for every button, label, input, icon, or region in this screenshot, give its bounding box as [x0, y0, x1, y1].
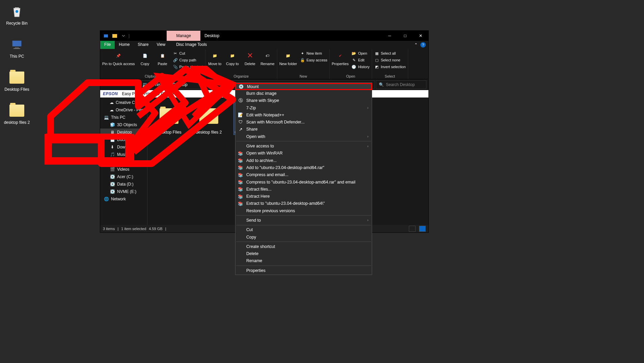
copy-to-button[interactable]: 📁Copy to — [225, 50, 240, 66]
move-to-button[interactable]: 📁Move to — [207, 50, 222, 66]
delete-button[interactable]: ✕Delete — [243, 50, 257, 66]
context-item-label: Restore previous versions — [246, 208, 368, 213]
select-all-button[interactable]: ▦Select all — [374, 50, 406, 56]
history-button[interactable]: 🕑History — [351, 64, 369, 70]
maximize-button[interactable]: □ — [397, 31, 413, 41]
copy-path-button[interactable]: 🔗Copy path — [173, 57, 203, 63]
properties-button[interactable]: ✔Properties — [332, 50, 348, 66]
context-item-scan-with-microsoft-defender-[interactable]: 🛡Scan with Microsoft Defender... — [235, 118, 372, 125]
tree-item-acer-c-[interactable]: 💽Acer (C:) — [100, 173, 147, 180]
tree-item-downloads[interactable]: ⬇Downloads — [100, 143, 147, 151]
context-item-share-with-skype[interactable]: ⓈShare with Skype — [235, 97, 372, 104]
tree-item-onedrive-person[interactable]: ☁OneDrive - Person — [100, 106, 147, 114]
close-button[interactable]: ✕ — [413, 31, 428, 41]
context-separator — [236, 225, 371, 225]
ribbon-collapse-icon[interactable]: ⌃ — [414, 43, 418, 47]
context-item-delete[interactable]: Delete — [235, 250, 372, 257]
tree-item-creative-cloud-files[interactable]: ☁Creative Cloud Files — [100, 99, 147, 106]
context-item-burn-disc-image[interactable]: Burn disc image — [235, 90, 372, 97]
breadcrumb-root[interactable]: This PC — [153, 82, 167, 87]
easy-access-button[interactable]: 🔓Easy access — [300, 57, 328, 63]
search-placeholder: Search Desktop — [386, 82, 415, 87]
pin-quick-access-button[interactable]: 📌Pin to Quick access — [102, 50, 135, 66]
tree-item-this-pc[interactable]: 💻This PC — [100, 114, 147, 121]
search-box[interactable]: 🔍 Search Desktop — [376, 80, 426, 89]
desktop-icon-folder-1[interactable]: Desktop FIles — [3, 69, 30, 92]
context-item-add-to-ubuntu-23-04-desktop-am[interactable]: 📚Add to "ubuntu-23.04-desktop-amd64.rar" — [235, 164, 372, 171]
cut-button[interactable]: ✂Cut — [173, 50, 203, 56]
new-item-button[interactable]: ✦New item — [300, 50, 328, 56]
file-item-desktop-files-2[interactable]: desktop files 2 — [194, 103, 224, 135]
tree-item-videos[interactable]: 🎬Videos — [100, 166, 147, 173]
paste-shortcut-button[interactable]: 📎Paste shortcut — [173, 64, 203, 70]
qat-folder-icon[interactable] — [111, 32, 118, 39]
tree-item-desktop[interactable]: 🖥Desktop — [100, 129, 147, 136]
qat-dropdown-icon[interactable] — [120, 32, 127, 39]
context-item-extract-here[interactable]: 📚Extract Here — [235, 193, 372, 200]
contextual-tab-manage[interactable]: Manage — [167, 31, 200, 41]
tab-disc-image-tools[interactable]: Disc Image Tools — [172, 41, 211, 49]
tree-item-music[interactable]: 🎵Music — [100, 151, 147, 158]
context-item-extract-files-[interactable]: 📚Extract files... — [235, 186, 372, 193]
rar-icon: 📚 — [237, 186, 244, 192]
select-none-button[interactable]: ▢Select none — [374, 57, 406, 63]
back-button[interactable]: ← — [102, 81, 110, 89]
context-item-send-to[interactable]: Send to› — [235, 217, 372, 224]
context-item-label: Rename — [246, 258, 368, 263]
invert-selection-button[interactable]: ◩Invert selection — [374, 64, 406, 70]
green-dot-icon — [156, 92, 160, 95]
desktop-icon-this-pc[interactable]: This PC — [3, 36, 30, 59]
tree-item-network[interactable]: 🌐Network — [100, 195, 147, 203]
breadcrumb-current[interactable]: Desktop — [173, 82, 188, 87]
tree-item-documents[interactable]: 📄Documents — [100, 136, 147, 143]
context-item-7-zip[interactable]: 7-Zip› — [235, 104, 372, 111]
context-item-give-access-to[interactable]: Give access to› — [235, 142, 372, 149]
icons-view-button[interactable] — [419, 226, 426, 232]
context-item-compress-to-ubuntu-23-04-deskt[interactable]: 📚Compress to "ubuntu-23.04-desktop-amd64… — [235, 178, 372, 186]
tab-share[interactable]: Share — [134, 41, 152, 49]
context-item-extract-to-ubuntu-23-04-deskto[interactable]: 📚Extract to "ubuntu-23.04-desktop-amd64\… — [235, 200, 372, 207]
tab-home[interactable]: Home — [115, 41, 134, 49]
context-item-add-to-archive-[interactable]: 📚Add to archive... — [235, 157, 372, 164]
context-item-compress-and-email-[interactable]: 📚Compress and email... — [235, 171, 372, 178]
rename-button[interactable]: 🏷Rename — [260, 50, 275, 66]
context-item-label: Open with — [246, 134, 365, 139]
open-button[interactable]: 📂Open — [351, 50, 369, 56]
context-item-open-with[interactable]: Open with› — [235, 133, 372, 140]
tree-item-3d-objects[interactable]: 🧊3D Objects — [100, 121, 147, 129]
new-folder-button[interactable]: 📁New folder — [279, 50, 297, 66]
paste-button[interactable]: 📋Paste — [155, 50, 170, 66]
tree-item-nvme-e-[interactable]: 💽NVME (E:) — [100, 188, 147, 195]
qat-explorer-icon[interactable] — [102, 32, 110, 39]
minimize-button[interactable]: ─ — [382, 31, 397, 41]
desktop-icon-recycle-bin[interactable]: Recycle Bin — [3, 3, 30, 26]
context-item-edit-with-notepad-[interactable]: 📝Edit with Notepad++ — [235, 111, 372, 118]
forward-button[interactable]: → — [112, 81, 120, 89]
recent-dropdown[interactable]: ▾ — [121, 81, 129, 89]
tree-item-label: Downloads — [117, 145, 137, 149]
file-item-desktop-files[interactable]: Desktop FIles — [154, 103, 184, 135]
tree-item-pictures[interactable]: 🖼Pictures — [100, 158, 147, 166]
copy-button[interactable]: 📄Copy — [138, 50, 152, 66]
edit-button[interactable]: ✎Edit — [351, 57, 369, 63]
context-item-mount[interactable]: 💿Mount — [235, 83, 372, 90]
desktop-icon-folder-2[interactable]: desktop files 2 — [3, 103, 30, 125]
easy-photo-print-link[interactable]: Easy Photo Print — [122, 91, 152, 96]
context-item-rename[interactable]: Rename — [235, 257, 372, 264]
context-item-properties[interactable]: Properties — [235, 267, 372, 274]
defender-icon: 🛡 — [237, 119, 244, 125]
context-item-create-shortcut[interactable]: Create shortcut — [235, 243, 372, 250]
photo-print-link[interactable]: Photo Print — [156, 91, 181, 96]
window-title: Desktop — [200, 31, 219, 41]
context-item-restore-previous-versions[interactable]: Restore previous versions — [235, 207, 372, 214]
details-view-button[interactable] — [409, 226, 416, 232]
tree-item-data-d-[interactable]: 💽Data (D:) — [100, 180, 147, 188]
context-item-open-with-winrar[interactable]: 📚Open with WinRAR — [235, 150, 372, 157]
tab-file[interactable]: File — [100, 41, 115, 49]
up-button[interactable]: ↑ — [131, 81, 139, 89]
context-item-cut[interactable]: Cut — [235, 226, 372, 233]
context-item-copy[interactable]: Copy — [235, 233, 372, 241]
help-icon[interactable]: ? — [420, 42, 426, 48]
tab-view[interactable]: View — [152, 41, 169, 49]
context-item-share[interactable]: ↗Share — [235, 126, 372, 133]
